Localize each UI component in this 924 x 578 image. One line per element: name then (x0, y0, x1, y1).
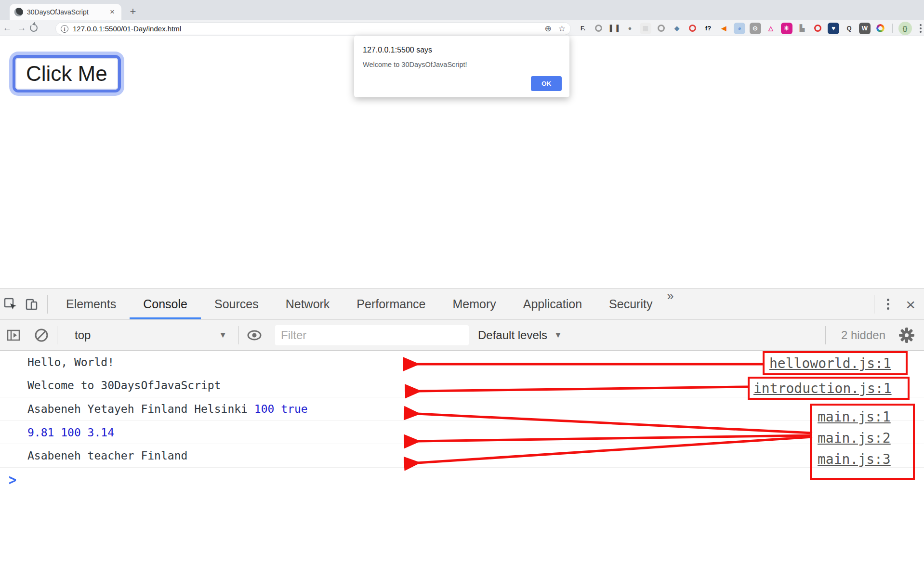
tab-sources[interactable]: Sources (201, 289, 272, 319)
forward-icon[interactable]: → (14, 23, 29, 33)
source-link-introduction[interactable]: introduction.js:1 (753, 381, 892, 396)
console-message: Asabeneh teacher Finland (0, 444, 924, 468)
device-toolbar-icon[interactable] (21, 289, 42, 319)
source-link-main-1[interactable]: main.js:1 (818, 407, 913, 428)
extension-icon[interactable]: ◆ (671, 23, 683, 34)
clear-console-icon[interactable] (31, 327, 52, 343)
screen: 30DaysOfJavaScript × + ← → i 127.0.0.1:5… (0, 0, 924, 578)
alert-ok-button[interactable]: OK (531, 76, 562, 91)
more-tabs-icon[interactable]: » (666, 289, 678, 319)
new-tab-button[interactable]: + (126, 5, 140, 18)
extension-icon[interactable]: ▌▐ (608, 23, 620, 34)
annotation-box-introduction: introduction.js:1 (748, 377, 910, 400)
chevron-down-icon: ▼ (554, 330, 562, 340)
log-text (274, 403, 281, 415)
alert-title: 127.0.0.1:5500 says (363, 46, 562, 54)
settings-gear-icon[interactable] (896, 326, 917, 344)
browser-tab[interactable]: 30DaysOfJavaScript × (10, 4, 121, 20)
extension-icon[interactable] (812, 23, 824, 34)
log-levels-label: Default levels (478, 328, 547, 342)
page-info-icon[interactable]: i (61, 25, 68, 33)
annotation-box-helloworld: helloworld.js:1 (763, 351, 908, 375)
toolbar-divider (238, 326, 239, 344)
context-selector[interactable]: top ▼ (68, 324, 234, 346)
log-text: Asabeneh Yetayeh Finland Helsinki (27, 403, 254, 415)
live-expression-eye-icon[interactable] (244, 328, 265, 342)
zoom-icon[interactable]: ⊕ (545, 24, 552, 34)
tab-memory[interactable]: Memory (439, 289, 509, 319)
log-text: Hello, World! (27, 356, 114, 368)
console-message: Asabeneh Yetayeh Finland Helsinki 100 tr… (0, 397, 924, 421)
extension-icon[interactable]: ♥ (828, 23, 839, 34)
source-link-main-3[interactable]: main.js:3 (818, 449, 913, 470)
log-text: Welcome to 30DaysOfJavaScript (27, 379, 221, 392)
browser-menu-icon[interactable] (916, 24, 924, 33)
extensions-bar: F.▌▐●▦◆f?◀◕⊙△✳▙♥QW {} (577, 20, 924, 36)
click-me-button[interactable]: Click Me (13, 55, 121, 92)
context-label: top (75, 328, 91, 342)
log-boolean: true (281, 403, 307, 415)
url-text: 127.0.0.1:5500/01-Day/index.html (73, 25, 545, 33)
extension-icon[interactable]: f? (702, 23, 714, 34)
extension-icon[interactable]: ✳ (781, 23, 792, 34)
tabbar-divider (874, 295, 874, 314)
devtools-close-icon[interactable]: × (897, 296, 924, 313)
tabbar-divider (47, 295, 48, 314)
console-sidebar-icon[interactable] (3, 328, 24, 343)
console-message: 9.81 100 3.14 (0, 421, 924, 445)
devtools-menu-icon[interactable] (879, 299, 897, 310)
tab-security[interactable]: Security (595, 289, 666, 319)
profile-avatar[interactable]: {} (898, 22, 912, 35)
hidden-messages-badge: 2 hidden (841, 328, 885, 342)
extension-icon[interactable]: Q (844, 23, 855, 34)
source-link-helloworld[interactable]: helloworld.js:1 (769, 355, 891, 371)
extension-icon[interactable]: ◀ (718, 23, 730, 34)
tab-console[interactable]: Console (130, 289, 201, 319)
tab-close-icon[interactable]: × (108, 7, 117, 17)
toolbar-divider (892, 24, 893, 33)
filter-input[interactable] (275, 325, 469, 345)
extension-icon[interactable] (687, 23, 699, 34)
devtools-tab-bar: Elements Console Sources Network Perform… (0, 289, 924, 320)
tab-title: 30DaysOfJavaScript (27, 8, 108, 16)
reload-icon[interactable] (30, 24, 38, 32)
tab-elements[interactable]: Elements (53, 289, 130, 319)
tab-performance[interactable]: Performance (343, 289, 439, 319)
tab-application[interactable]: Application (510, 289, 595, 319)
log-number: 9.81 100 3.14 (27, 426, 114, 439)
toolbar-divider (825, 326, 826, 344)
extension-icon[interactable] (656, 23, 667, 34)
extension-icon[interactable]: W (859, 23, 871, 34)
inspect-element-icon[interactable] (0, 289, 21, 319)
toolbar-divider (57, 326, 57, 344)
extension-icon[interactable]: ▙ (796, 23, 808, 34)
extension-icon[interactable]: ◕ (734, 23, 745, 34)
source-link-main-2[interactable]: main.js:2 (818, 428, 913, 449)
console-toolbar: top ▼ Default levels ▼ 2 hidden (0, 320, 924, 351)
address-bar[interactable]: i 127.0.0.1:5500/01-Day/index.html ⊕ ☆ (55, 22, 571, 35)
console-prompt-icon: > (9, 472, 16, 489)
log-levels-selector[interactable]: Default levels ▼ (478, 328, 562, 342)
chevron-down-icon: ▼ (219, 330, 227, 340)
log-number: 100 (254, 403, 275, 415)
annotation-box-main: main.js:1 main.js:2 main.js:3 (810, 404, 915, 480)
extension-icon[interactable]: △ (765, 23, 777, 34)
alert-dialog: 127.0.0.1:5500 says Welcome to 30DaysOfJ… (354, 36, 569, 97)
extension-icon[interactable] (593, 23, 605, 34)
extension-icon[interactable]: F. (577, 23, 589, 34)
log-text: Asabeneh teacher Finland (27, 449, 187, 462)
extension-icon[interactable]: ⊙ (750, 23, 761, 34)
console-input-row[interactable]: > (0, 468, 924, 493)
back-icon[interactable]: ← (0, 23, 14, 33)
site-favicon (14, 8, 23, 16)
browser-tab-strip: 30DaysOfJavaScript × + (0, 0, 924, 20)
extension-icon[interactable]: ▦ (640, 23, 651, 34)
toolbar-divider (270, 326, 270, 344)
tab-network[interactable]: Network (272, 289, 343, 319)
devtools-panel: Elements Console Sources Network Perform… (0, 288, 924, 578)
bookmark-star-icon[interactable]: ☆ (558, 24, 566, 34)
alert-message: Welcome to 30DaysOfJavaScript! (363, 61, 562, 68)
extension-icon[interactable]: ● (624, 23, 636, 34)
extension-icon[interactable] (875, 23, 886, 34)
